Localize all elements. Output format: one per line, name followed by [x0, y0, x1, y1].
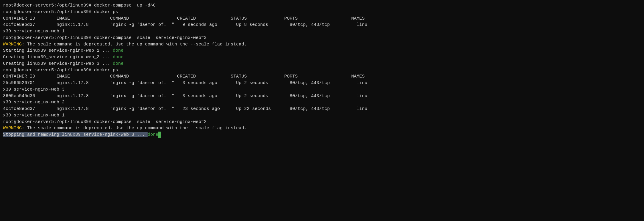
done-text: done	[113, 55, 124, 60]
terminal-line: root@docker-server5:/opt/linux39# docker…	[3, 2, 641, 9]
warning-line: WARNING: The scale command is deprecated…	[3, 125, 641, 132]
table-header: CONTAINER ID IMAGE COMMAND CREATED STATU…	[3, 15, 641, 22]
warning-text: : The scale command is deprecated. Use t…	[22, 126, 247, 131]
terminal-line: root@docker-server5:/opt/linux39# docker…	[3, 35, 641, 41]
selected-status-text: Stopping and removing linux39_service-ng…	[3, 132, 148, 137]
table-row: 3605ea545d30 nginx:1.17.8 "nginx -g 'dae…	[3, 93, 641, 100]
table-row-continuation: x39_service-nginx-web_1	[3, 28, 641, 35]
terminal-line: root@docker-server5:/opt/linux39# docker…	[3, 67, 641, 74]
warning-label: WARNING	[3, 42, 22, 47]
status-text: Creating linux39_service-nginx-web_3 ...	[3, 61, 113, 66]
table-row-continuation: x39_service-nginx-web_2	[3, 99, 641, 106]
done-text: done	[113, 61, 124, 66]
status-line: Creating linux39_service-nginx-web_2 ...…	[3, 54, 641, 61]
terminal-output: root@docker-server5:/opt/linux39# docker…	[3, 2, 641, 138]
warning-label: WARNING	[3, 126, 22, 131]
status-line-active: Stopping and removing linux39_service-ng…	[3, 132, 641, 138]
cursor	[158, 132, 161, 138]
prompt: root@docker-server5:/opt/linux39#	[3, 119, 91, 124]
table-row-continuation: x39_service-nginx-web_3	[3, 86, 641, 93]
prompt: root@docker-server5:/opt/linux39#	[3, 68, 91, 73]
table-row: 4ccfce8ebd37 nginx:1.17.8 "nginx -g 'dae…	[3, 22, 641, 28]
table-row: 4ccfce8ebd37 nginx:1.17.8 "nginx -g 'dae…	[3, 106, 641, 112]
terminal-line: root@docker-server5:/opt/linux39# docker…	[3, 119, 641, 125]
done-text: done	[113, 48, 124, 53]
status-text: Creating linux39_service-nginx-web_2 ...	[3, 55, 113, 60]
status-line: Starting linux39_service-nginx-web_1 ...…	[3, 48, 641, 54]
command: docker ps	[91, 68, 118, 73]
command: docker ps	[91, 10, 118, 15]
prompt: root@docker-server5:/opt/linux39#	[3, 35, 91, 40]
terminal-line: root@docker-server5:/opt/linux39# docker…	[3, 9, 641, 15]
warning-text: : The scale command is deprecated. Use t…	[22, 42, 247, 47]
done-text: done	[148, 132, 158, 137]
table-row-continuation: x39_service-nginx-web_1	[3, 112, 641, 119]
command: docker-compose scale service-nginx-web=3	[91, 35, 207, 40]
prompt: root@docker-server5:/opt/linux39#	[3, 3, 91, 8]
command: docker-compose scale service-nginx-web=2	[91, 119, 207, 124]
prompt: root@docker-server5:/opt/linux39#	[3, 10, 91, 15]
command: docker-compose up -d^C	[91, 3, 156, 8]
status-line: Creating linux39_service-nginx-web_3 ...…	[3, 61, 641, 67]
table-row: 25c966526701 nginx:1.17.8 "nginx -g 'dae…	[3, 80, 641, 86]
status-text: Starting linux39_service-nginx-web_1 ...	[3, 48, 113, 53]
table-header: CONTAINER ID IMAGE COMMAND CREATED STATU…	[3, 73, 641, 80]
warning-line: WARNING: The scale command is deprecated…	[3, 41, 641, 48]
